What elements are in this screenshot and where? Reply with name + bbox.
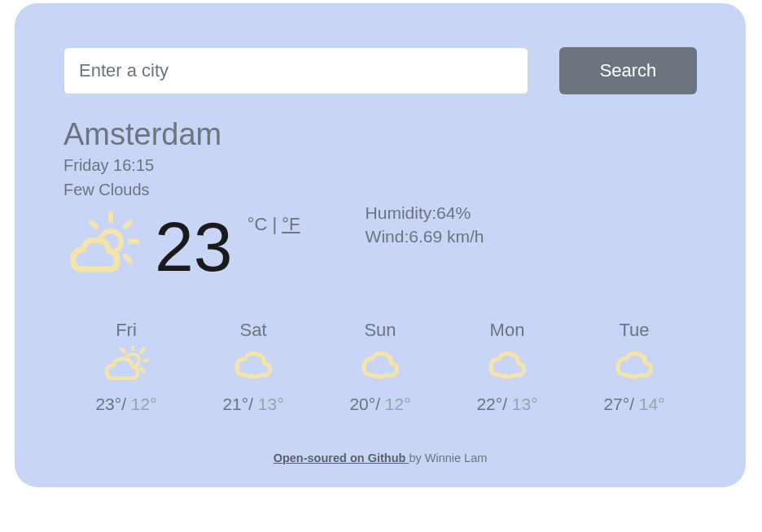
forecast-sep: / <box>629 395 639 413</box>
search-input[interactable] <box>64 47 528 94</box>
github-link[interactable]: Open-soured on Github <box>274 451 409 464</box>
weather-card: Search Amsterdam Friday 16:15 Few Clouds <box>15 3 746 487</box>
svg-line-4 <box>125 256 130 261</box>
forecast-high: 23° <box>95 395 121 413</box>
forecast-day: Sat 21°/ 13° <box>200 320 306 414</box>
unit-fahrenheit-link[interactable]: °F <box>282 214 300 234</box>
forecast-day-label: Sat <box>200 320 306 341</box>
humidity-label: Humidity: <box>366 203 437 222</box>
forecast-row: Fri 23°/ 12° Sat <box>64 320 697 414</box>
forecast-sep: / <box>121 395 131 413</box>
forecast-low: 12° <box>385 395 411 413</box>
forecast-low: 13° <box>512 395 538 413</box>
footer: Open-soured on Github by Winnie Lam <box>64 451 697 464</box>
svg-line-5 <box>91 222 96 227</box>
cloud-icon <box>581 346 687 385</box>
search-button[interactable]: Search <box>559 47 697 94</box>
forecast-day-label: Mon <box>454 320 560 341</box>
current-condition: Few Clouds <box>64 178 697 201</box>
unit-celsius: °C <box>247 214 268 234</box>
current-left: 23 °C | °F <box>64 206 300 287</box>
sun-cloud-icon <box>64 206 145 287</box>
forecast-day: Tue 27°/ 14° <box>581 320 687 414</box>
forecast-low: 13° <box>258 395 284 413</box>
forecast-high: 27° <box>603 395 629 413</box>
forecast-temps: 20°/ 12° <box>327 395 433 414</box>
current-day-time: Friday 16:15 <box>64 154 697 177</box>
forecast-day: Fri 23°/ 12° <box>73 320 179 414</box>
svg-line-9 <box>141 349 144 352</box>
forecast-low: 12° <box>131 395 157 413</box>
forecast-high: 20° <box>349 395 375 413</box>
svg-line-3 <box>125 222 130 227</box>
current-temperature: 23 <box>155 211 233 281</box>
search-row: Search <box>64 47 697 94</box>
wind-label: Wind: <box>366 227 409 246</box>
forecast-day: Sun 20°/ 12° <box>327 320 433 414</box>
svg-line-10 <box>141 368 144 372</box>
city-name: Amsterdam <box>64 117 697 152</box>
footer-author: by Winnie Lam <box>409 451 487 464</box>
forecast-day: Mon 22°/ 13° <box>454 320 560 414</box>
forecast-temps: 21°/ 13° <box>200 395 306 414</box>
forecast-temps: 23°/ 12° <box>73 395 179 414</box>
wind-row: Wind:6.69 km/h <box>366 225 484 248</box>
forecast-high: 21° <box>222 395 248 413</box>
sun-cloud-icon <box>73 346 179 385</box>
forecast-temps: 22°/ 13° <box>454 395 560 414</box>
svg-line-11 <box>121 349 125 352</box>
forecast-low: 14° <box>639 395 665 413</box>
unit-toggle: °C | °F <box>247 214 300 235</box>
forecast-high: 22° <box>476 395 502 413</box>
current-row: 23 °C | °F Humidity:64% Wind:6.69 km/h <box>64 206 697 287</box>
forecast-sep: / <box>248 395 258 413</box>
cloud-icon <box>200 346 306 385</box>
forecast-sep: / <box>502 395 512 413</box>
forecast-day-label: Sun <box>327 320 433 341</box>
forecast-sep: / <box>375 395 385 413</box>
cloud-icon <box>454 346 560 385</box>
forecast-day-label: Fri <box>73 320 179 341</box>
wind-value: 6.69 km/h <box>409 227 484 246</box>
humidity-value: 64% <box>436 203 471 222</box>
cloud-icon <box>327 346 433 385</box>
forecast-temps: 27°/ 14° <box>581 395 687 414</box>
unit-separator: | <box>267 214 282 234</box>
forecast-day-label: Tue <box>581 320 687 341</box>
current-details: Humidity:64% Wind:6.69 km/h <box>366 201 484 249</box>
humidity-row: Humidity:64% <box>366 201 484 225</box>
